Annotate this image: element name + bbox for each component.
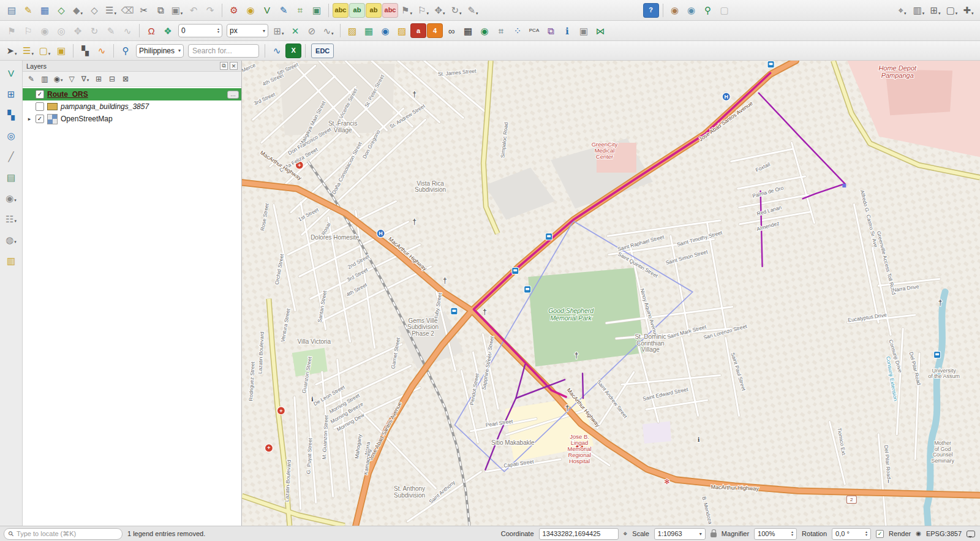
rotate-label-disabled-icon[interactable]: ↻: [86, 23, 102, 39]
vector-checker-icon[interactable]: V: [259, 2, 275, 18]
paste-features-icon[interactable]: ▣▾: [169, 2, 185, 18]
redo-icon[interactable]: ↷: [202, 2, 218, 18]
snapping-units-combo[interactable]: px▾: [227, 24, 268, 37]
pin-labels-disabled-icon[interactable]: ⚑: [4, 23, 20, 39]
coordinate-input[interactable]: 13433282,1694425: [539, 528, 619, 540]
move-label-disabled-icon[interactable]: ✥: [70, 23, 86, 39]
digitizing-current-edits-icon[interactable]: ▤: [4, 2, 20, 18]
map-overlay-icon[interactable]: ▣: [309, 2, 325, 18]
render-checkbox[interactable]: ✓: [876, 530, 884, 538]
snapping-tolerance-spinbox[interactable]: 0▴▾: [178, 24, 222, 37]
add-feature-icon[interactable]: ◇: [53, 2, 69, 18]
show-pinned-labels-icon[interactable]: ◉: [37, 23, 53, 39]
checker-tool-icon[interactable]: ▚: [77, 43, 93, 59]
move-label-icon[interactable]: ✥▾: [432, 2, 448, 18]
pca-tool-icon[interactable]: PCA: [526, 23, 542, 39]
vertex-tool-current-layer-icon[interactable]: ◇: [86, 2, 102, 18]
highlight-labels-icon[interactable]: ⚐▾: [415, 2, 431, 18]
delete-selected-icon[interactable]: ⌫: [119, 2, 135, 18]
topological-editing-icon[interactable]: ⊞▾: [271, 23, 287, 39]
binoculars-icon[interactable]: ∞: [443, 23, 459, 39]
cut-features-icon[interactable]: ✂: [136, 2, 152, 18]
pen-tool-icon[interactable]: ✎: [276, 2, 292, 18]
layer-item-openstreetmap[interactable]: ▸✓OpenStreetMap: [23, 113, 241, 125]
spin-arrows-icon[interactable]: ▴▾: [791, 531, 793, 537]
collapse-all-icon[interactable]: ⊟: [106, 73, 118, 85]
expander-icon[interactable]: ▸: [26, 116, 32, 122]
chart-tool-icon[interactable]: ∿: [269, 43, 285, 59]
plugin-light-icon[interactable]: ▢: [717, 2, 733, 18]
avoid-overlap-icon[interactable]: ⊘: [304, 23, 320, 39]
stamp-tool-icon[interactable]: ⌗: [292, 2, 308, 18]
label-ab-pill-icon[interactable]: ab: [366, 3, 382, 18]
new-view-tool-icon[interactable]: ⊞▾: [927, 2, 943, 18]
map-layers-icon[interactable]: ▤: [2, 170, 20, 184]
messages-icon[interactable]: [967, 531, 975, 537]
select-features-icon[interactable]: ➤▾: [4, 43, 20, 59]
panel-close-icon[interactable]: ✕: [230, 62, 238, 70]
open-folder-icon[interactable]: ▨: [344, 23, 360, 39]
map-theme-tool-icon[interactable]: ▥▾: [911, 2, 927, 18]
excel-export-icon[interactable]: X: [285, 44, 301, 58]
grid-tool-icon[interactable]: ⌗: [493, 23, 509, 39]
save-layer-edits-icon[interactable]: ▦: [37, 2, 53, 18]
change-label-disabled-icon[interactable]: ✎: [103, 23, 119, 39]
label-abc-yellow-icon[interactable]: abc: [333, 3, 349, 18]
osm-search-input[interactable]: Search for...: [188, 44, 259, 58]
filter-by-expression-icon[interactable]: ∇▾: [79, 73, 91, 85]
layer-checkbox[interactable]: [36, 102, 44, 111]
python-console-icon[interactable]: ∿: [94, 43, 110, 59]
scale-combo[interactable]: 1:10963 ▾: [654, 528, 706, 540]
rotation-spinbox[interactable]: 0,0 ° ▴▾: [832, 528, 871, 540]
osm-place-search-icon[interactable]: ⚲: [700, 2, 716, 18]
help-icon[interactable]: ?: [643, 3, 659, 18]
layer-item-pampanga_buildings_3857[interactable]: ▸pampanga_buildings_3857: [23, 100, 241, 113]
spin-arrows-icon[interactable]: ▴▾: [865, 531, 867, 537]
layers-purple-icon[interactable]: ⧉: [543, 23, 559, 39]
georeferencer-icon[interactable]: ◉: [243, 2, 258, 18]
layer-checkbox[interactable]: ✓: [36, 90, 44, 99]
hide-labels-icon[interactable]: ◎: [53, 23, 69, 39]
manage-map-themes-icon[interactable]: ◉▾: [52, 73, 64, 85]
select-by-value-icon[interactable]: ☰▾: [20, 43, 36, 59]
line-capture-icon[interactable]: ╱: [2, 149, 20, 164]
pin-labels-icon[interactable]: ⚑▾: [399, 2, 415, 18]
snapping-magnet-icon[interactable]: Ω: [143, 23, 159, 39]
locate-search-input[interactable]: ⚲ Type to locate (⌘K): [4, 528, 123, 540]
zoom-search-icon[interactable]: ⚲: [118, 43, 134, 59]
grid-blue-icon[interactable]: ⊞: [2, 86, 20, 101]
style-manager-tool-icon[interactable]: ✚▾: [960, 2, 976, 18]
panel-float-icon[interactable]: ⧉: [220, 62, 228, 70]
table-dark-icon[interactable]: ▦: [460, 23, 476, 39]
crs-value[interactable]: EPSG:3857: [926, 530, 962, 537]
snapping-node-icon[interactable]: ❖: [160, 23, 176, 39]
open-layer-styling-icon[interactable]: ✎: [25, 73, 37, 85]
checker-select-icon[interactable]: ▚: [2, 107, 20, 122]
layout-tool-icon[interactable]: ▢▾: [944, 2, 960, 18]
extents-icon[interactable]: ⌖: [624, 530, 628, 537]
add-group-icon[interactable]: ▥: [39, 73, 51, 85]
globe-green-icon[interactable]: ◉: [477, 23, 492, 39]
deselect-features-icon[interactable]: ▢▾: [37, 43, 53, 59]
modify-attributes-icon[interactable]: ☰▾: [103, 2, 119, 18]
crs-globe-icon[interactable]: ◉: [916, 531, 921, 537]
map-canvas[interactable]: ++++HH††††††††ℹℹ✻2Merce4th Street5th Str…: [242, 61, 980, 526]
processing-toolbox-icon[interactable]: ⚙: [226, 2, 242, 18]
curved-label-disabled-icon[interactable]: ∿: [119, 23, 135, 39]
layer-checkbox[interactable]: ✓: [36, 115, 44, 123]
filter-legend-icon[interactable]: ▽: [66, 73, 78, 85]
scale-lock-icon[interactable]: [710, 532, 717, 537]
acrobat-red-icon[interactable]: a: [410, 23, 426, 38]
attribute-table-green-icon[interactable]: ▦: [361, 23, 377, 39]
globe-blue-icon[interactable]: ◉: [377, 23, 393, 39]
label-abc-green-icon[interactable]: ab: [349, 3, 365, 18]
annotation-tool-icon[interactable]: ⌖▾: [894, 2, 910, 18]
folder-yellow-icon[interactable]: ▨: [394, 23, 410, 39]
green-bow-icon[interactable]: ⋈: [592, 23, 608, 39]
point-capture-icon[interactable]: ◎: [2, 128, 20, 143]
spin-arrows-icon[interactable]: ▴▾: [217, 28, 219, 34]
info-tool-icon[interactable]: ℹ: [559, 23, 575, 39]
country-combo[interactable]: Philippines▾: [136, 44, 184, 58]
digitize-vector-icon[interactable]: V: [2, 66, 20, 80]
magnifier-spinbox[interactable]: 100% ▴▾: [754, 528, 797, 540]
